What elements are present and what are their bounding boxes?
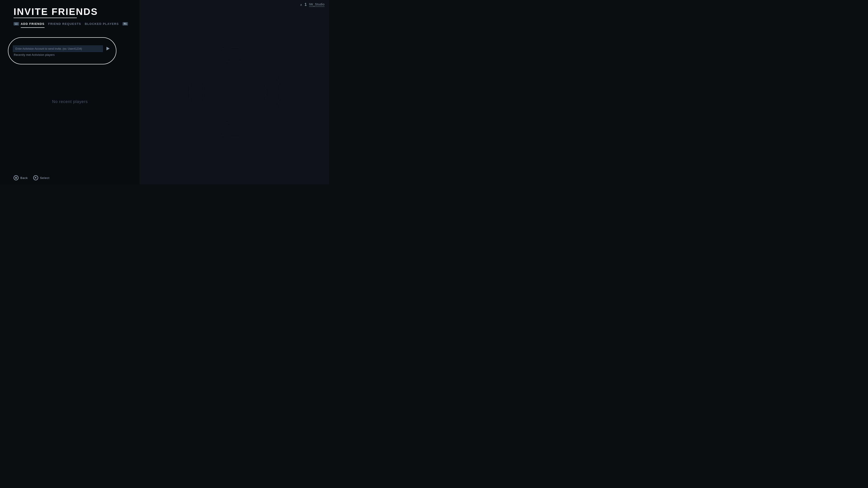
tab-add-friends[interactable]: ADD FRIENDS xyxy=(21,20,48,27)
page-title: INVITE FRIENDS xyxy=(13,6,98,17)
tab-badge-l1: L1 xyxy=(13,22,19,26)
back-label: Back xyxy=(20,176,28,180)
select-label: Select xyxy=(40,176,50,180)
tab-badge-r1: R1 xyxy=(123,22,128,26)
circle-inner xyxy=(15,177,17,179)
recently-met-label: Recently met Activision players xyxy=(13,53,112,57)
back-action[interactable]: Back xyxy=(13,175,28,180)
search-row xyxy=(13,45,112,52)
select-action[interactable]: ✕ Select xyxy=(33,175,50,180)
tab-navigation: L1 ADD FRIENDS FRIEND REQUESTS BLOCKED P… xyxy=(13,20,130,27)
right-panel: ∧ 1 IW_Studio xyxy=(140,0,329,184)
party-number: 1 xyxy=(305,2,307,7)
top-right-user-bar: ∧ 1 IW_Studio xyxy=(300,2,324,7)
search-area-oval: Recently met Activision players xyxy=(8,37,116,64)
tab-friend-requests[interactable]: FRIEND REQUESTS xyxy=(48,20,85,27)
chevron-up-icon: ∧ xyxy=(300,3,302,6)
right-panel-background xyxy=(140,0,329,184)
back-button-icon xyxy=(13,175,19,180)
no-recent-text: No recent players xyxy=(0,99,140,104)
tab-blocked-players[interactable]: BLOCKED PLAYERS xyxy=(85,20,123,27)
send-arrow-icon xyxy=(106,47,110,51)
left-panel: INVITE FRIENDS L1 ADD FRIENDS FRIEND REQ… xyxy=(0,0,140,184)
bottom-bar: Back ✕ Select xyxy=(13,175,50,180)
deco-circle-inner xyxy=(203,61,266,124)
username: IW_Studio xyxy=(309,2,324,7)
select-button-icon: ✕ xyxy=(33,175,38,180)
title-underline xyxy=(13,18,77,18)
send-invite-button[interactable] xyxy=(105,46,112,51)
activision-account-input[interactable] xyxy=(13,45,103,52)
